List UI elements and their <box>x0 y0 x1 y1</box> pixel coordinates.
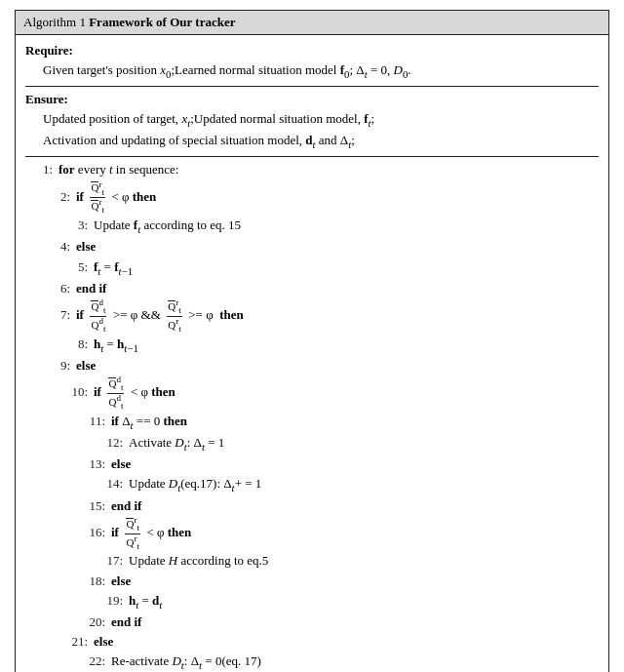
line-content-12: Activate Dt: Δt = 1 <box>129 433 599 455</box>
algorithm-box: Algorithm 1 Framework of Our tracker Req… <box>15 10 609 672</box>
line-content-16: if Qrt Qrt < φ then <box>111 516 599 551</box>
line-num-14: 14: <box>96 474 123 494</box>
line-13: 13: else <box>25 455 599 474</box>
line-content-9: else <box>76 356 599 376</box>
require-section: Require: Given target's position x0;Lear… <box>25 41 599 83</box>
line-num-22: 22: <box>78 652 105 671</box>
line-4: 4: else <box>25 237 599 257</box>
line-num-15: 15: <box>78 496 105 516</box>
ensure-label-line: Ensure: <box>25 90 599 109</box>
line-content-6: end if <box>76 279 599 298</box>
line-content-11: if Δt == 0 then <box>111 412 599 433</box>
line-7: 7: if Qdt Qdt >= φ && Qrt Qrt >= φ then <box>25 298 599 334</box>
line-8: 8: ht = ht−1 <box>25 335 599 356</box>
line-11: 11: if Δt == 0 then <box>25 412 599 433</box>
ensure-text2: Activation and updating of special situa… <box>43 131 599 152</box>
line-6: 6: end if <box>25 279 599 298</box>
line-content-3: Update ft according to eq. 15 <box>94 216 599 237</box>
algorithm-title: Framework of Our tracker <box>89 15 235 29</box>
line-content-5: ft = ft−1 <box>94 257 599 279</box>
line-num-12: 12: <box>96 433 123 453</box>
ensure-label: Ensure: <box>25 92 68 106</box>
line-content-19: ht = dt <box>129 591 599 613</box>
line-num-5: 5: <box>60 257 88 277</box>
line-content-7: if Qdt Qdt >= φ && Qrt Qrt >= φ then <box>76 298 599 334</box>
line-18: 18: else <box>25 572 599 591</box>
line-content-2: if Qrt Qrt < φ then <box>76 180 599 216</box>
line-10: 10: if Qdt Qdt < φ then <box>25 376 599 411</box>
divider-require <box>25 86 599 87</box>
line-content-4: else <box>76 237 599 257</box>
line-num-7: 7: <box>43 305 70 325</box>
line-content-1: for every t in sequence: <box>58 160 599 179</box>
line-num-17: 17: <box>96 551 123 571</box>
line-num-18: 18: <box>78 572 105 591</box>
algorithm-header: Algorithm 1 Framework of Our tracker <box>16 11 608 35</box>
line-1: 1: for every t in sequence: <box>25 160 599 179</box>
line-19: 19: ht = dt <box>25 591 599 613</box>
line-num-3: 3: <box>60 216 88 235</box>
ensure-section: Ensure: Updated position of target, xt;U… <box>25 90 599 153</box>
line-20: 20: end if <box>25 613 599 632</box>
line-content-13: else <box>111 455 599 474</box>
line-num-20: 20: <box>78 613 105 632</box>
line-num-6: 6: <box>43 279 70 298</box>
line-content-20: end if <box>111 613 599 632</box>
require-label: Require: <box>25 43 73 58</box>
frac-2: Qrt Qrt <box>90 180 104 216</box>
line-num-10: 10: <box>60 382 88 402</box>
frac-16: Qrt Qrt <box>125 516 139 551</box>
line-content-10: if Qdt Qdt < φ then <box>94 376 599 411</box>
line-2: 2: if Qrt Qrt < φ then <box>25 180 599 216</box>
frac-7a: Qdt Qdt <box>90 298 106 334</box>
line-16: 16: if Qrt Qrt < φ then <box>25 516 599 551</box>
line-12: 12: Activate Dt: Δt = 1 <box>25 433 599 455</box>
line-21: 21: else <box>25 632 599 652</box>
line-num-19: 19: <box>96 591 123 611</box>
line-content-8: ht = ht−1 <box>94 335 599 356</box>
line-content-14: Update Dt(eq.17): Δt+ = 1 <box>129 474 599 495</box>
line-9: 9: else <box>25 356 599 376</box>
line-num-16: 16: <box>78 523 105 542</box>
line-num-13: 13: <box>78 455 105 474</box>
line-3: 3: Update ft according to eq. 15 <box>25 216 599 237</box>
frac-10: Qdt Qdt <box>107 376 124 411</box>
line-num-4: 4: <box>43 237 70 257</box>
ensure-text1: Updated position of target, xt;Updated n… <box>43 109 599 131</box>
line-content-15: end if <box>111 496 599 516</box>
line-content-21: else <box>94 632 599 652</box>
line-num-11: 11: <box>78 412 105 431</box>
line-17: 17: Update H according to eq.5 <box>25 551 599 571</box>
frac-7b: Qrt Qrt <box>167 298 181 334</box>
line-num-21: 21: <box>60 632 88 652</box>
require-text: Given target's position x0;Learned norma… <box>43 60 599 82</box>
require-label-line: Require: <box>25 41 599 60</box>
ensure-line2: Activation and updating of special situa… <box>25 131 599 152</box>
line-content-18: else <box>111 572 599 591</box>
line-content-22: Re-activate Dt: Δt = 0(eq. 17) <box>111 652 599 672</box>
line-num-8: 8: <box>60 335 88 354</box>
require-content: Given target's position x0;Learned norma… <box>25 60 599 82</box>
line-22: 22: Re-activate Dt: Δt = 0(eq. 17) <box>25 652 599 672</box>
ensure-line1: Updated position of target, xt;Updated n… <box>25 109 599 131</box>
line-14: 14: Update Dt(eq.17): Δt+ = 1 <box>25 474 599 495</box>
line-5: 5: ft = ft−1 <box>25 257 599 279</box>
algorithm-body: Require: Given target's position x0;Lear… <box>16 35 608 672</box>
line-num-1: 1: <box>25 160 53 179</box>
line-15: 15: end if <box>25 496 599 516</box>
algorithm-label: Algorithm 1 <box>23 15 86 29</box>
line-num-9: 9: <box>43 356 70 376</box>
line-content-17: Update H according to eq.5 <box>129 551 599 571</box>
divider-ensure <box>25 156 599 157</box>
line-num-2: 2: <box>43 187 70 207</box>
